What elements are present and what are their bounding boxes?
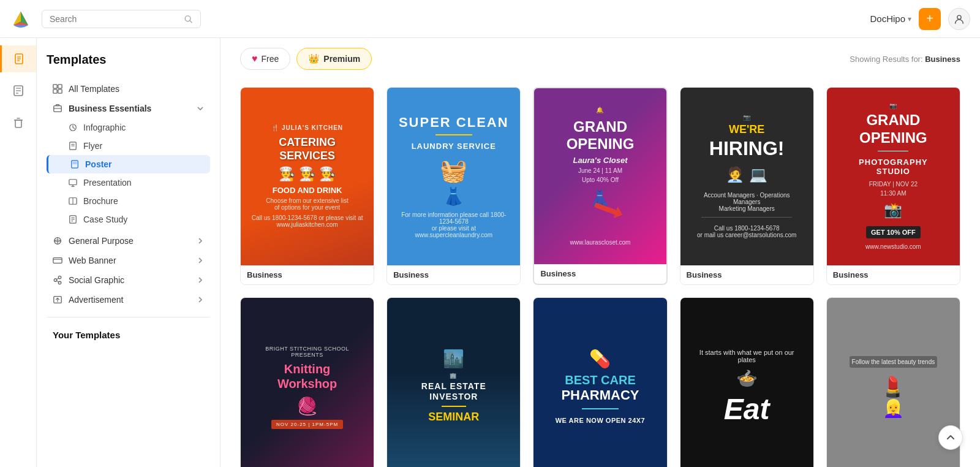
template-thumb-grandopening-red: 📷 GRANDOPENING PHOTOGRAPHYSTUDIO FRIDAY …	[827, 88, 960, 265]
your-templates-title: Your Templates	[47, 325, 210, 345]
brand-dropdown[interactable]: DocHipo ▾	[870, 13, 911, 24]
search-icon	[184, 14, 193, 24]
template-thumb-catering: 🍴 JULIA'S KITCHEN CATERINGSERVICES 👨‍🍳👨‍…	[241, 88, 374, 265]
template-card-eat[interactable]: It starts with what we put on our plates…	[680, 297, 814, 467]
template-card-pharmacy[interactable]: 💊 BEST CARE PHARMACY WE ARE NOW OPEN 24X…	[533, 297, 667, 467]
sidebar-icon-trash[interactable]	[5, 109, 32, 136]
showing-results: Showing Results for: Business	[850, 55, 960, 64]
svg-rect-27	[69, 180, 77, 185]
template-thumb-grandopening-purple: 🔔 GRANDOPENING Laura's Closet June 24 | …	[534, 88, 666, 264]
chevron-down-icon	[197, 105, 204, 112]
template-card-hiring[interactable]: 📷 WE'RE HIRING! 🧑‍💼 💻 Account Managers ·…	[680, 87, 814, 285]
svg-point-42	[58, 281, 61, 284]
sidebar-item-case-study[interactable]: Case Study	[47, 210, 210, 229]
sidebar-section-business-essentials: Business Essentials Infographic Flyer	[47, 99, 210, 229]
new-document-button[interactable]: +	[919, 8, 941, 30]
sidebar-icon-document[interactable]	[0, 45, 36, 72]
search-box[interactable]	[42, 10, 201, 28]
sidebar-item-poster[interactable]: Poster	[47, 155, 210, 173]
chevron-right-icon	[197, 296, 204, 303]
sidebar-item-label-web-banner: Web Banner	[69, 256, 116, 265]
svg-rect-38	[53, 258, 62, 264]
template-thumb-realestate: 🏙️ 🏢 REAL ESTATEINVESTOR SEMINAR	[387, 298, 520, 467]
crown-icon: 👑	[308, 53, 320, 64]
template-card-realestate[interactable]: 🏙️ 🏢 REAL ESTATEINVESTOR SEMINAR Busines…	[386, 297, 521, 467]
template-thumb-superclean: SUPER CLEAN LAUNDRY SERVICE 🧺 👗 For more…	[387, 88, 520, 265]
svg-line-44	[57, 281, 59, 282]
sidebar-item-web-banner[interactable]: Web Banner	[47, 251, 210, 270]
premium-filter-button[interactable]: 👑 Premium	[296, 48, 372, 70]
template-label-catering: Business	[241, 265, 374, 284]
icon-sidebar	[0, 38, 37, 467]
svg-line-43	[57, 278, 59, 279]
top-nav: DocHipo ▾ +	[0, 0, 980, 38]
svg-rect-15	[53, 85, 57, 88]
sidebar-item-social-graphic[interactable]: Social Graphic	[47, 270, 210, 290]
template-label-superclean: Business	[387, 265, 520, 284]
svg-rect-18	[58, 89, 62, 93]
template-label-grandopening-purple: Business	[534, 264, 666, 283]
svg-rect-12	[15, 120, 21, 127]
template-card-catering[interactable]: 🍴 JULIA'S KITCHEN CATERINGSERVICES 👨‍🍳👨‍…	[240, 87, 374, 285]
app-logo[interactable]	[10, 8, 32, 30]
sidebar-item-all-templates[interactable]: All Templates	[47, 79, 210, 99]
sidebar-section-header-business-essentials[interactable]: Business Essentials	[47, 99, 210, 118]
template-card-grandopening-red[interactable]: 📷 GRANDOPENING PHOTOGRAPHYSTUDIO FRIDAY …	[826, 87, 960, 285]
template-thumb-hiring: 📷 WE'RE HIRING! 🧑‍💼 💻 Account Managers ·…	[680, 88, 813, 265]
svg-point-3	[957, 15, 961, 19]
templates-grid-row1: 🍴 JULIA'S KITCHEN CATERINGSERVICES 👨‍🍳👨‍…	[240, 87, 960, 285]
sidebar-item-label-social-graphic: Social Graphic	[69, 275, 124, 285]
sidebar-item-presentation[interactable]: Presentation	[47, 173, 210, 192]
template-label-hiring: Business	[680, 265, 813, 284]
free-filter-button[interactable]: ♥ Free	[240, 48, 290, 70]
template-thumb-pharmacy: 💊 BEST CARE PHARMACY WE ARE NOW OPEN 24X…	[533, 298, 666, 467]
user-avatar-button[interactable]	[948, 8, 970, 30]
search-input[interactable]	[50, 14, 180, 24]
sidebar-item-label-all-templates: All Templates	[69, 84, 119, 94]
svg-rect-26	[73, 162, 77, 164]
sidebar-section-label: Business Essentials	[69, 104, 151, 113]
svg-point-41	[58, 276, 61, 278]
nav-right: DocHipo ▾ +	[870, 8, 970, 30]
nav-divider	[47, 317, 210, 317]
svg-point-40	[54, 279, 56, 281]
svg-rect-17	[53, 89, 57, 93]
sidebar-item-advertisement[interactable]: Advertisement	[47, 290, 210, 309]
sidebar-item-general-purpose[interactable]: General Purpose	[47, 231, 210, 251]
chevron-right-icon	[197, 237, 204, 245]
sidebar-item-flyer[interactable]: Flyer	[47, 137, 210, 155]
template-card-knitting[interactable]: BRIGHT STITCHING SCHOOL PRESENTS Knittin…	[240, 297, 374, 467]
sidebar-item-label-advertisement: Advertisement	[69, 295, 123, 305]
svg-line-2	[190, 20, 192, 22]
template-label-grandopening-red: Business	[827, 265, 960, 284]
template-thumb-eat: It starts with what we put on our plates…	[680, 298, 813, 467]
svg-rect-16	[58, 85, 62, 88]
main-content: Poster Templates ♥ Free 👑 Premium Showin…	[221, 0, 980, 467]
templates-grid-row2: BRIGHT STITCHING SCHOOL PRESENTS Knittin…	[240, 297, 960, 467]
filter-buttons: ♥ Free 👑 Premium	[240, 48, 372, 70]
sidebar-item-infographic[interactable]: Infographic	[47, 118, 210, 137]
template-card-superclean[interactable]: SUPER CLEAN LAUNDRY SERVICE 🧺 👗 For more…	[386, 87, 521, 285]
sidebar-item-label-general-purpose: General Purpose	[69, 236, 134, 246]
chevron-right-icon	[197, 276, 204, 284]
template-thumb-knitting: BRIGHT STITCHING SCHOOL PRESENTS Knittin…	[241, 298, 374, 467]
filter-bar: ♥ Free 👑 Premium Showing Results for: Bu…	[240, 48, 960, 70]
heart-icon: ♥	[252, 53, 258, 64]
sidebar-title: Templates	[47, 53, 210, 67]
template-card-grandopening-purple[interactable]: 🔔 GRANDOPENING Laura's Closet June 24 | …	[533, 87, 667, 285]
sidebar-icon-note[interactable]	[5, 77, 32, 104]
sidebar-item-brochure[interactable]: Brochure	[47, 192, 210, 210]
scroll-to-top-button[interactable]	[938, 425, 963, 450]
nav-sidebar: Templates All Templates Business Essenti…	[37, 38, 221, 467]
chevron-right-icon	[197, 257, 204, 264]
